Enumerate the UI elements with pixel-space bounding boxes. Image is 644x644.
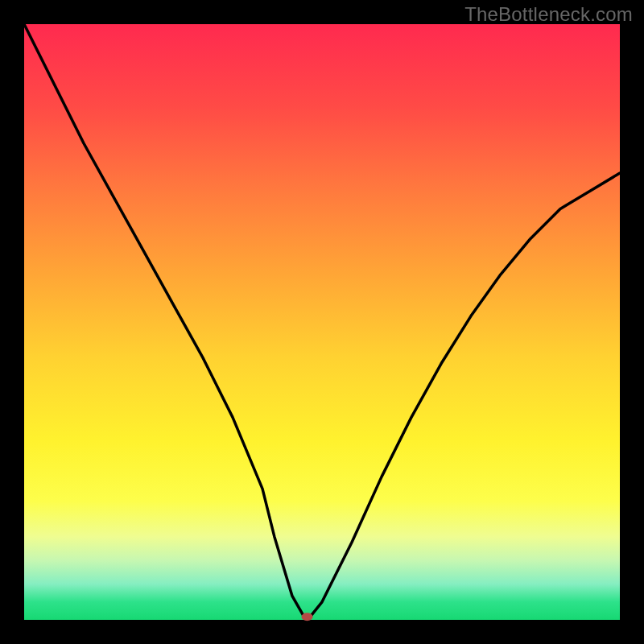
- chart-svg: [24, 24, 620, 620]
- plot-area: [24, 24, 620, 620]
- bottleneck-curve: [24, 24, 620, 617]
- min-marker: [302, 613, 313, 621]
- watermark-text: TheBottleneck.com: [464, 3, 633, 26]
- chart-frame: TheBottleneck.com: [0, 0, 644, 644]
